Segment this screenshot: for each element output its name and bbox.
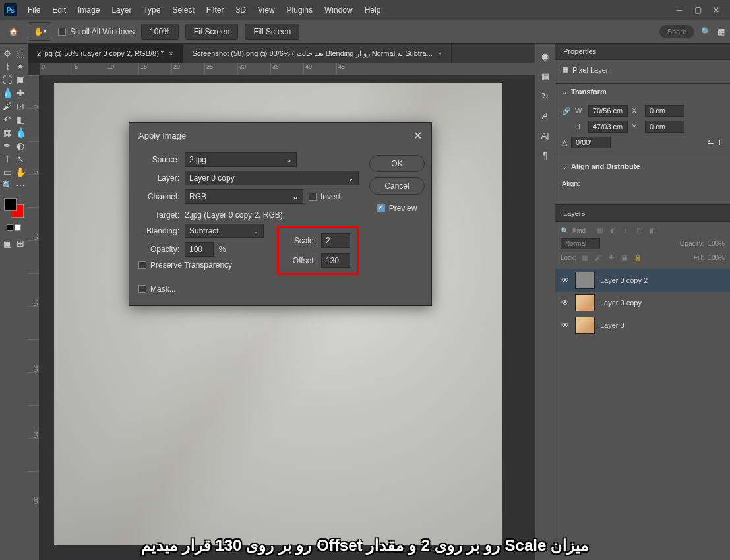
hand-tool[interactable]: ✋	[15, 166, 26, 178]
fit-screen-button[interactable]: Fit Screen	[185, 24, 239, 40]
zoom-tool[interactable]: 🔍	[1, 179, 13, 191]
eraser-tool[interactable]: ◧	[15, 113, 26, 125]
visibility-icon[interactable]: 👁	[561, 276, 570, 285]
char-icon[interactable]: A	[539, 109, 551, 121]
preserve-checkbox[interactable]: Preserve Transparency	[138, 261, 264, 270]
wand-tool[interactable]: ✴	[15, 61, 26, 73]
menu-file[interactable]: File	[22, 3, 46, 17]
visibility-icon[interactable]: 👁	[561, 298, 570, 307]
scroll-all-checkbox[interactable]: Scroll All Windows	[58, 27, 135, 36]
maximize-icon[interactable]: ▢	[693, 5, 702, 15]
eyedropper-tool[interactable]: 💧	[1, 87, 13, 99]
angle-input[interactable]	[571, 137, 611, 148]
layer-row[interactable]: 👁 Layer 0	[555, 314, 730, 336]
marquee-tool[interactable]: ⬚	[15, 47, 26, 59]
layer-row[interactable]: 👁 Layer 0 copy 2	[555, 269, 730, 292]
source-select[interactable]: 2.jpg	[185, 152, 297, 167]
offset-input[interactable]	[321, 253, 350, 268]
blend-mode-select[interactable]: Normal	[561, 238, 600, 249]
stamp-tool[interactable]: ⊡	[15, 100, 26, 112]
menu-layer[interactable]: Layer	[106, 3, 137, 17]
layer-thumb[interactable]	[575, 294, 595, 311]
mask-checkbox[interactable]: Mask...	[138, 284, 264, 294]
screenmode-icon[interactable]: ⊞	[15, 237, 26, 249]
foreground-color[interactable]	[4, 198, 17, 211]
move-tool[interactable]: ✥	[1, 47, 13, 59]
blending-select[interactable]: Subtract	[185, 224, 264, 238]
layers-tab[interactable]: Layers	[555, 205, 730, 222]
minimize-icon[interactable]: ─	[675, 5, 684, 15]
align-section[interactable]: Align and Distribute	[555, 158, 730, 174]
history-tool[interactable]: ↶	[1, 113, 13, 125]
search-icon[interactable]: 🔍	[701, 27, 711, 36]
filter-shape-icon[interactable]: ▢	[634, 226, 644, 235]
frame-tool[interactable]: ▣	[15, 74, 26, 86]
menu-help[interactable]: Help	[359, 3, 386, 17]
crop-tool[interactable]: ⛶	[1, 74, 13, 86]
quick-swatch[interactable]	[7, 224, 13, 231]
visibility-icon[interactable]: 👁	[561, 321, 570, 330]
gradient-tool[interactable]: ▦	[1, 127, 13, 139]
tab-2[interactable]: Screenshot (58).png @ 83/6% ( بعد حالت B…	[183, 44, 452, 63]
transform-section[interactable]: Transform	[555, 83, 730, 100]
x-input[interactable]	[645, 105, 684, 117]
color-icon[interactable]: ▦	[539, 70, 551, 82]
channel-select[interactable]: RGB	[185, 189, 303, 204]
height-input[interactable]	[588, 121, 628, 133]
menu-edit[interactable]: Edit	[47, 3, 71, 17]
quick-swatch[interactable]	[15, 224, 21, 231]
menu-plugins[interactable]: Plugins	[282, 3, 318, 17]
cancel-button[interactable]: Cancel	[369, 177, 425, 195]
width-input[interactable]	[588, 105, 628, 117]
opacity-input[interactable]	[185, 242, 214, 257]
filter-kind[interactable]: Kind	[572, 227, 586, 234]
brush-tool[interactable]: 🖌	[1, 100, 13, 112]
home-icon[interactable]: 🏠	[5, 24, 21, 40]
lock-paint-icon[interactable]: 🖌	[593, 253, 603, 262]
color-swatches[interactable]	[4, 198, 24, 218]
quickmask-icon[interactable]: ▣	[1, 237, 13, 249]
menu-view[interactable]: View	[253, 3, 280, 17]
dodge-tool[interactable]: ◐	[15, 140, 26, 152]
shape-tool[interactable]: ▭	[1, 166, 13, 178]
more-tools[interactable]: ⋯	[15, 179, 26, 191]
layer-select[interactable]: Layer 0 copy	[185, 171, 359, 185]
zoom-level[interactable]: 100%	[141, 24, 179, 40]
history-icon[interactable]: ↻	[539, 90, 551, 102]
fill-value[interactable]: 100%	[708, 254, 725, 261]
ok-button[interactable]: OK	[369, 155, 425, 172]
layer-thumb[interactable]	[575, 272, 595, 289]
pen-tool[interactable]: ✒	[1, 140, 13, 152]
filter-text-icon[interactable]: T	[621, 226, 630, 235]
opacity-value[interactable]: 100%	[708, 240, 725, 247]
dialog-close-icon[interactable]: ✕	[413, 129, 422, 142]
menu-window[interactable]: Window	[319, 3, 358, 17]
glyph-icon[interactable]: ¶	[539, 149, 551, 161]
blur-tool[interactable]: 💧	[15, 127, 26, 139]
workspace-icon[interactable]: ▦	[717, 27, 725, 36]
hand-tool-preset[interactable]: ✋ ▾	[28, 22, 51, 41]
share-button[interactable]: Share	[659, 25, 694, 38]
lock-pos-icon[interactable]: ✥	[607, 253, 616, 262]
select-tool[interactable]: ↖	[15, 153, 26, 165]
text-tool[interactable]: T	[1, 153, 13, 165]
layer-row[interactable]: 👁 Layer 0 copy	[555, 292, 730, 314]
layer-thumb[interactable]	[575, 317, 595, 334]
fill-screen-button[interactable]: Fill Screen	[245, 24, 299, 40]
menu-select[interactable]: Select	[167, 3, 199, 17]
menu-image[interactable]: Image	[73, 3, 105, 17]
lock-all-icon[interactable]: 🔒	[633, 253, 642, 262]
properties-tab[interactable]: Properties	[555, 44, 730, 60]
preview-checkbox[interactable]: Preview	[377, 204, 417, 213]
menu-3d[interactable]: 3D	[230, 3, 251, 17]
lasso-tool[interactable]: ⌇	[1, 61, 13, 73]
close-icon[interactable]: ✕	[712, 5, 721, 15]
para-icon[interactable]: A|	[539, 129, 551, 141]
adjustments-icon[interactable]: ◉	[539, 50, 551, 62]
filter-pixel-icon[interactable]: ▦	[595, 226, 604, 235]
lock-trans-icon[interactable]: ▦	[580, 253, 590, 262]
menu-type[interactable]: Type	[138, 3, 166, 17]
heal-tool[interactable]: ✚	[15, 87, 26, 99]
filter-adj-icon[interactable]: ◐	[608, 226, 617, 235]
tab-close-icon[interactable]: ×	[438, 49, 442, 57]
